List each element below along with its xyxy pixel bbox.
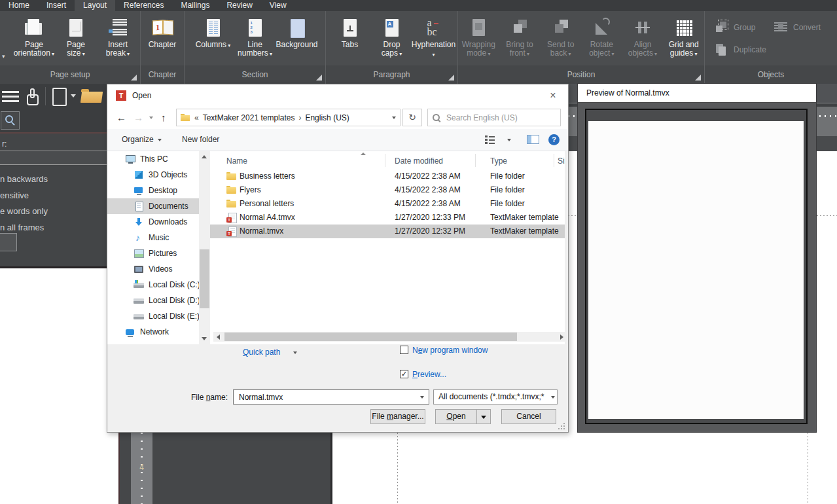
ribbon-button[interactable]: Page orientation (13, 14, 55, 65)
ribbon-button[interactable]: Line numbers (234, 14, 276, 65)
new-folder-button[interactable]: New folder (182, 129, 219, 151)
find-input[interactable] (0, 151, 107, 165)
new-document-dropdown-caret[interactable] (71, 94, 76, 98)
file-name-label: File name: (191, 393, 228, 402)
column-header-date[interactable]: Date modified (395, 156, 443, 166)
view-mode-icon[interactable] (485, 135, 495, 144)
sidebar-item[interactable]: Documents (107, 198, 199, 214)
sidebar-item[interactable]: This PC (107, 151, 199, 167)
file-row[interactable]: Flyers 4/15/2022 2:38 AM File folder (210, 183, 565, 197)
ribbon-button[interactable]: Tabs (329, 14, 371, 65)
sidebar-item[interactable]: 3D Objects (107, 167, 199, 183)
new-program-window-label[interactable]: New program window (412, 346, 488, 355)
recent-locations-caret[interactable] (149, 117, 153, 119)
sidebar-item[interactable]: Music (107, 230, 199, 245)
cancel-button[interactable]: Cancel (501, 409, 556, 424)
file-row[interactable]: Personal letters 4/15/2022 2:38 AM File … (210, 197, 565, 211)
find-button-partial[interactable] (0, 233, 17, 251)
ribbon-button[interactable]: Drop caps (371, 14, 413, 65)
scrollbar-left-icon[interactable] (217, 334, 220, 340)
column-divider[interactable] (385, 154, 385, 167)
find-option-label[interactable]: e words only (0, 204, 48, 220)
quick-path-link[interactable]: Quick path (243, 348, 280, 357)
breadcrumb-segment[interactable]: TextMaker 2021 templates (203, 113, 295, 122)
ribbon-button[interactable]: Columns (192, 14, 234, 65)
scrollbar-up-icon[interactable] (202, 155, 207, 158)
ribbon-button[interactable]: Background (276, 14, 318, 65)
preview-pane-icon[interactable] (527, 135, 539, 144)
breadcrumb-separator[interactable]: › (298, 113, 301, 122)
file-row[interactable]: Normal.tmvx 1/27/2020 12:32 PM TextMaker… (210, 225, 565, 238)
ribbon-tab[interactable]: Review (218, 0, 260, 11)
scrollbar-thumb[interactable] (224, 333, 517, 341)
file-row[interactable]: Business letters 4/15/2022 2:38 AM File … (210, 170, 565, 183)
back-arrow-icon[interactable]: ← (116, 107, 126, 129)
open-dialog-titlebar[interactable]: T Open × (107, 84, 568, 107)
breadcrumb[interactable]: « TextMaker 2021 templates › English (US… (176, 109, 401, 126)
search-button[interactable] (1, 111, 20, 130)
file-manager-button[interactable]: File manager... (370, 409, 425, 424)
column-divider[interactable] (475, 154, 476, 167)
file-row[interactable]: Normal A4.tmvx 1/27/2020 12:33 PM TextMa… (210, 211, 565, 225)
breadcrumb-dropdown-caret[interactable] (392, 117, 396, 119)
up-arrow-icon[interactable]: ↑ (161, 107, 166, 129)
preview-checkbox[interactable] (400, 370, 408, 378)
ribbon-button[interactable]: Insert break (97, 14, 139, 65)
ribbon-tab[interactable]: Layout (75, 0, 115, 11)
ribbon-tab[interactable]: Mailings (172, 0, 218, 11)
sidebar-item[interactable]: Downloads (107, 214, 199, 230)
ribbon-button[interactable]: Chapter (141, 14, 183, 65)
new-program-window-checkbox[interactable] (400, 346, 408, 354)
sidebar-item[interactable]: Videos (107, 261, 199, 277)
scrollbar-down-icon[interactable] (202, 337, 207, 340)
column-divider[interactable] (554, 154, 554, 167)
ribbon-tab[interactable]: Home (0, 0, 38, 11)
file-list-horizontal-scrollbar[interactable] (213, 332, 567, 342)
ribbon-button[interactable]: Hyphenation (413, 14, 455, 65)
file-type-select[interactable]: All documents (*.tmdx;*.tmvx;* (433, 389, 558, 405)
open-button[interactable]: Open (435, 409, 477, 424)
close-icon[interactable]: × (543, 88, 563, 103)
help-icon[interactable] (548, 134, 560, 145)
hamburger-menu-icon[interactable] (2, 91, 19, 102)
ribbon-button[interactable]: Page size (55, 14, 97, 65)
find-option-label[interactable]: ensitive (0, 188, 48, 204)
sidebar-item[interactable]: Desktop (107, 183, 199, 198)
sidebar-item[interactable]: Local Disk (C:) (107, 277, 199, 293)
breadcrumb-segment[interactable]: English (US) (305, 113, 349, 122)
refresh-icon[interactable]: ↻ (402, 109, 422, 126)
ribbon-button-label: Grid and guides (669, 41, 699, 58)
resize-grip[interactable] (558, 423, 565, 429)
ribbon-tab[interactable]: References (115, 0, 172, 11)
preview-label[interactable]: Preview... (412, 370, 446, 379)
sidebar-item-icon (134, 264, 145, 274)
find-option-label[interactable]: n backwards (0, 171, 48, 188)
open-folder-icon[interactable] (81, 89, 103, 103)
file-type-caret[interactable] (551, 396, 555, 399)
search-box[interactable] (427, 109, 561, 126)
view-mode-caret[interactable] (507, 139, 511, 141)
column-header-type[interactable]: Type (490, 156, 507, 166)
organize-menu[interactable]: Organize (122, 129, 162, 151)
sidebar-item-label: 3D Objects (149, 170, 187, 179)
sidebar-item[interactable]: Pictures (107, 245, 199, 261)
new-document-icon[interactable] (52, 88, 67, 106)
column-header-name[interactable]: Name (226, 156, 247, 166)
sidebar-item[interactable]: Network (107, 324, 199, 340)
open-button-dropdown[interactable] (476, 409, 491, 424)
scrollbar-thumb[interactable] (200, 249, 209, 308)
breadcrumb-prefix[interactable]: « (194, 113, 199, 122)
ribbon-button[interactable]: Grid and guides (663, 14, 704, 65)
file-name-dropdown-caret[interactable] (420, 396, 424, 399)
scrollbar-right-icon[interactable] (560, 334, 563, 340)
ribbon-tab[interactable]: View (261, 0, 295, 11)
sidebar-item[interactable]: Local Disk (D:) (107, 293, 199, 308)
search-input[interactable] (445, 113, 552, 123)
pan-hand-icon[interactable] (24, 87, 41, 105)
sidebar-scrollbar[interactable] (199, 151, 210, 344)
column-header-size[interactable]: Size (558, 156, 565, 166)
sidebar-item[interactable]: Local Disk (E:) (107, 308, 199, 324)
file-name-input[interactable] (233, 389, 429, 405)
quick-path-caret[interactable] (293, 351, 297, 354)
ribbon-tab[interactable]: Insert (38, 0, 75, 11)
